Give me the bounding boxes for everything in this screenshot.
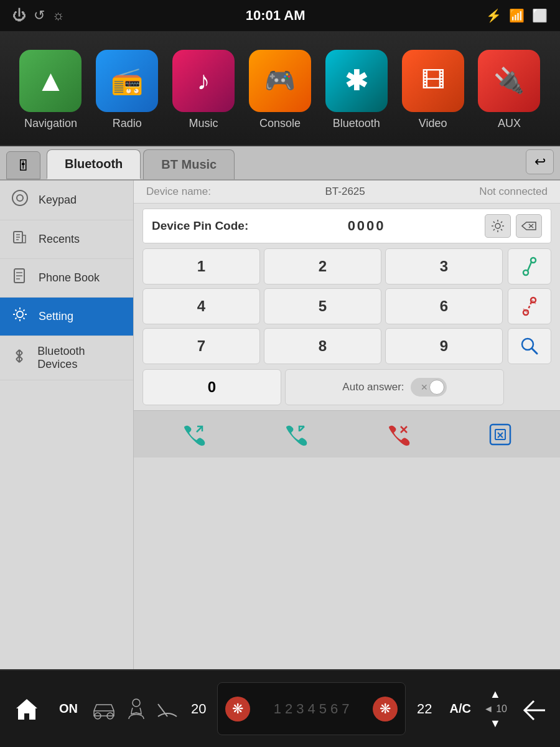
sidebar-item-phonebook[interactable]: Phone Book: [0, 259, 133, 298]
main-content: 🎚 Bluetooth BT Music ↩ Keypad: [0, 146, 560, 669]
back-nav-button[interactable]: [513, 688, 554, 729]
search-bt-btn[interactable]: [508, 328, 551, 364]
refresh-icon[interactable]: ↺: [34, 7, 45, 24]
sidebar: Keypad Recents: [0, 181, 134, 669]
status-left-icons: ⏻ ↺ ☼: [12, 7, 65, 24]
empty-content-area: [134, 458, 560, 669]
radio-icon: 📻: [96, 50, 158, 112]
key-1[interactable]: 1: [142, 248, 260, 284]
volume-down-btn[interactable]: ▼: [483, 717, 507, 730]
setting-icon: [10, 306, 30, 327]
status-right-icons: ⚡ 📶 ⬜: [486, 8, 548, 23]
wiper-icon[interactable]: [155, 698, 180, 720]
volume-level: ◄ 10: [483, 703, 507, 715]
tab-btmusic[interactable]: BT Music: [143, 149, 235, 179]
window-icon: ⬜: [532, 8, 548, 23]
delete-btn[interactable]: [480, 417, 520, 451]
zero-row: 0 Auto answer: ✕: [134, 369, 560, 410]
keypad-area: 1 2 3 4 5 6 7 8 9: [134, 248, 560, 369]
call-in-btn[interactable]: [276, 417, 316, 451]
app-video[interactable]: 🎞 Video: [402, 50, 464, 130]
bottom-bar: ON 20 ❋ 1 2 3 4 5 6 7: [0, 669, 560, 747]
action-buttons: [508, 248, 551, 364]
key-8[interactable]: 8: [264, 328, 381, 364]
sidebar-item-recents[interactable]: Recents: [0, 220, 133, 259]
key-9[interactable]: 9: [385, 328, 503, 364]
app-console[interactable]: 🎮 Console: [249, 50, 311, 130]
body-panel: Keypad Recents: [0, 181, 560, 669]
key-3[interactable]: 3: [385, 248, 503, 284]
recents-icon: [10, 229, 30, 250]
sidebar-item-keypad[interactable]: Keypad: [0, 181, 133, 220]
app-navigation[interactable]: ▲ Navigation: [19, 50, 82, 130]
app-aux[interactable]: 🔌 AUX: [478, 50, 540, 130]
key-2[interactable]: 2: [264, 248, 381, 284]
call-actions-bar: [134, 410, 560, 458]
music-icon: ♪: [172, 50, 235, 112]
power-on-label[interactable]: ON: [53, 702, 84, 716]
back-button[interactable]: ↩: [526, 149, 554, 174]
tab-bar: 🎚 Bluetooth BT Music ↩: [0, 146, 560, 181]
bluetooth-app-icon: ✱: [325, 50, 388, 112]
pin-settings-btn[interactable]: [485, 214, 511, 238]
app-music[interactable]: ♪ Music: [172, 50, 235, 130]
bluetooth-label: Bluetooth: [333, 117, 380, 130]
fan-display: ❋ 1 2 3 4 5 6 7 ❋: [217, 682, 406, 735]
svg-line-19: [528, 302, 531, 311]
key-5[interactable]: 5: [264, 288, 381, 324]
back-icon: ↩: [534, 154, 546, 170]
svg-point-38: [133, 699, 140, 707]
volume-up-btn[interactable]: ▲: [483, 688, 507, 701]
tab-bluetooth[interactable]: Bluetooth: [47, 149, 141, 179]
key-4[interactable]: 4: [142, 288, 260, 324]
app-bluetooth[interactable]: ✱ Bluetooth: [325, 50, 388, 130]
keypad-icon: [10, 189, 30, 211]
svg-point-11: [495, 223, 500, 228]
navigation-icon: ▲: [19, 50, 82, 112]
key-6[interactable]: 6: [385, 288, 503, 324]
right-panel: Device name: BT-2625 Not connected Devic…: [134, 181, 560, 669]
fan-icon-left[interactable]: ❋: [225, 697, 250, 721]
home-button[interactable]: [6, 688, 47, 729]
pin-actions: [485, 214, 542, 238]
svg-point-14: [531, 258, 536, 263]
status-bar: ⏻ ↺ ☼ 10:01 AM ⚡ 📶 ⬜: [0, 0, 560, 31]
bluetooth-devices-icon: [10, 348, 29, 369]
temp-right-display: 22: [412, 701, 437, 717]
temp-left-display: 20: [186, 701, 211, 717]
pin-code-area: Device Pin Code: 0000: [142, 209, 551, 243]
aux-label: AUX: [498, 117, 521, 130]
disconnect-btn[interactable]: [508, 288, 551, 324]
brightness-icon[interactable]: ☼: [52, 7, 65, 24]
pin-backspace-btn[interactable]: [516, 214, 542, 238]
call-out-btn[interactable]: [174, 417, 214, 451]
video-icon: 🎞: [402, 50, 464, 112]
aux-icon: 🔌: [478, 50, 540, 112]
volume-arrows: ▲ ◄ 10 ▼: [483, 688, 507, 730]
ac-person-icon[interactable]: [124, 697, 149, 721]
wifi-icon: 📶: [509, 8, 525, 23]
fan-number-display: 1 2 3 4 5 6 7: [255, 701, 368, 717]
fan-icon-right[interactable]: ❋: [373, 697, 398, 721]
svg-point-15: [523, 270, 528, 275]
sidebar-item-bluetooth-devices[interactable]: Bluetooth Devices: [0, 336, 133, 380]
auto-answer-toggle[interactable]: ✕: [411, 378, 447, 397]
svg-point-0: [12, 190, 27, 205]
sidebar-item-setting[interactable]: Setting: [0, 298, 133, 336]
console-icon: 🎮: [249, 50, 311, 112]
key-7[interactable]: 7: [142, 328, 260, 364]
music-label: Music: [189, 117, 218, 130]
ac-button[interactable]: A/C: [443, 702, 477, 716]
settings-icon-btn[interactable]: 🎚: [6, 151, 40, 179]
svg-point-10: [17, 311, 23, 317]
usb-icon: ⚡: [486, 8, 502, 23]
call-reject-btn[interactable]: [378, 417, 418, 451]
toggle-x-icon: ✕: [421, 382, 428, 392]
equalizer-icon: 🎚: [16, 157, 31, 174]
connect-btn[interactable]: [508, 248, 551, 284]
key-0[interactable]: 0: [142, 369, 281, 405]
app-radio[interactable]: 📻 Radio: [96, 50, 158, 130]
power-icon[interactable]: ⏻: [12, 7, 26, 24]
car-icon-btn[interactable]: [90, 697, 118, 721]
navigation-label: Navigation: [24, 117, 77, 130]
